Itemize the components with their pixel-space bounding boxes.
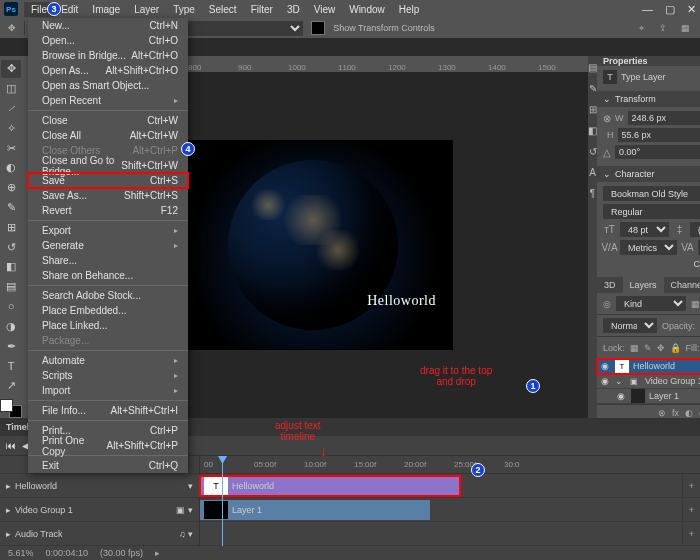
angle-input[interactable] <box>615 145 700 159</box>
menu-scripts[interactable]: Scripts▸ <box>28 368 188 383</box>
add-clip-icon[interactable]: + <box>682 498 700 522</box>
chevron-right-icon[interactable]: ⌄ <box>615 376 623 386</box>
menu-new[interactable]: New...Ctrl+N <box>28 18 188 33</box>
tab-channels[interactable]: Channels <box>664 277 700 293</box>
history-brush-tool[interactable]: ↺ <box>1 238 21 256</box>
timeline-track[interactable]: ▸Video Group 1▣ ▾ <box>0 498 199 522</box>
menu-generate[interactable]: Generate▸ <box>28 238 188 253</box>
timeline-track[interactable]: ▸Helloworld▾ <box>0 474 199 498</box>
pen-tool[interactable]: ✒ <box>1 337 21 355</box>
menu-share[interactable]: Share... <box>28 253 188 268</box>
menu-close[interactable]: CloseCtrl+W <box>28 113 188 128</box>
timeline-clip-video[interactable]: Layer 1 <box>200 500 430 520</box>
lasso-tool[interactable]: ⟋ <box>1 100 21 118</box>
visibility-icon[interactable]: ◉ <box>617 391 627 401</box>
add-clip-icon[interactable]: + <box>682 522 700 546</box>
filter-pixel-icon[interactable]: ▦ <box>691 299 700 309</box>
playhead[interactable] <box>222 456 223 546</box>
transform-section[interactable]: ⌄Transform <box>597 91 700 107</box>
width-input[interactable] <box>628 111 701 125</box>
link-icon[interactable]: ⊗ <box>603 112 611 125</box>
menu-view[interactable]: View <box>307 2 343 17</box>
layer-row[interactable]: ◉ Layer 1 <box>597 389 700 404</box>
menu-help[interactable]: Help <box>392 2 427 17</box>
track-menu-icon[interactable]: ♫ ▾ <box>179 529 193 539</box>
eyedropper-tool[interactable]: ◐ <box>1 159 21 177</box>
menu-open-as[interactable]: Open As...Alt+Shift+Ctrl+O <box>28 63 188 78</box>
timeline-ruler[interactable]: 0005:00f10:00f15:00f20:00f25:00f30:0 <box>200 456 700 474</box>
lock-pos-icon[interactable]: ✥ <box>657 343 665 353</box>
minimize-icon[interactable]: — <box>642 3 653 16</box>
track-menu-icon[interactable]: ▣ ▾ <box>176 505 193 515</box>
panel-icon[interactable]: ⊞ <box>589 104 597 115</box>
heal-tool[interactable]: ⊕ <box>1 179 21 197</box>
menu-export[interactable]: Export▸ <box>28 223 188 238</box>
menu-3d[interactable]: 3D <box>280 2 307 17</box>
blur-tool[interactable]: ○ <box>1 298 21 316</box>
lock-all-icon[interactable]: 🔒 <box>670 343 681 353</box>
lock-paint-icon[interactable]: ✎ <box>644 343 652 353</box>
menu-adobe-stock[interactable]: Search Adobe Stock... <box>28 288 188 303</box>
panel-icon[interactable]: ↺ <box>589 146 597 157</box>
menu-save-as[interactable]: Save As...Shift+Ctrl+S <box>28 188 188 203</box>
color-swatches[interactable] <box>0 399 22 419</box>
menu-select[interactable]: Select <box>202 2 244 17</box>
tracking-select[interactable]: Metrics <box>620 240 677 255</box>
maximize-icon[interactable]: ▢ <box>665 3 675 16</box>
workspace-icon[interactable]: ▦ <box>678 21 692 35</box>
filter-kind-icon[interactable]: ◎ <box>603 299 611 309</box>
chevron-right-icon[interactable]: ▸ <box>6 505 11 515</box>
menu-browse-bridge[interactable]: Browse in Bridge...Alt+Ctrl+O <box>28 48 188 63</box>
layer-row[interactable]: ◉ ⌄ ▣ Video Group 1 <box>597 374 700 389</box>
close-icon[interactable]: ✕ <box>687 3 696 16</box>
menu-type[interactable]: Type <box>166 2 202 17</box>
character-section[interactable]: ⌄Character <box>597 166 700 182</box>
menu-revert[interactable]: RevertF12 <box>28 203 188 218</box>
panel-icon[interactable]: ▤ <box>588 62 597 73</box>
show-tc-check[interactable] <box>311 21 325 35</box>
wand-tool[interactable]: ✧ <box>1 119 21 137</box>
menu-import[interactable]: Import▸ <box>28 383 188 398</box>
path-tool[interactable]: ↗ <box>1 377 21 395</box>
chevron-right-icon[interactable]: ▸ <box>155 548 160 558</box>
timeline-clip-text[interactable]: T Helloworld <box>200 476 460 496</box>
tab-3d[interactable]: 3D <box>597 277 623 293</box>
first-frame-icon[interactable]: ⏮ <box>6 440 16 451</box>
menu-automate[interactable]: Automate▸ <box>28 353 188 368</box>
font-style-select[interactable]: Regular <box>603 204 700 219</box>
font-size-select[interactable]: 48 pt <box>620 222 669 237</box>
panel-icon[interactable]: ¶ <box>590 188 595 199</box>
properties-tab[interactable]: Properties <box>597 56 700 66</box>
type-tool[interactable]: T <box>1 357 21 375</box>
visibility-icon[interactable]: ◉ <box>601 376 611 386</box>
menu-place-embedded[interactable]: Place Embedded... <box>28 303 188 318</box>
add-clip-icon[interactable]: + <box>682 474 700 498</box>
timeline-track[interactable]: ▸Audio Track♫ ▾ <box>0 522 199 546</box>
lock-trans-icon[interactable]: ▦ <box>630 343 639 353</box>
menu-file-info[interactable]: File Info...Alt+Shift+Ctrl+I <box>28 403 188 418</box>
visibility-icon[interactable]: ◉ <box>601 361 611 371</box>
font-family-select[interactable]: Bookman Old Style <box>603 186 700 201</box>
menu-layer[interactable]: Layer <box>127 2 166 17</box>
panel-icon[interactable]: ◧ <box>588 125 597 136</box>
filter-kind-select[interactable]: Kind <box>616 296 686 311</box>
gradient-tool[interactable]: ▤ <box>1 278 21 296</box>
stamp-tool[interactable]: ⊞ <box>1 218 21 236</box>
menu-filter[interactable]: Filter <box>244 2 280 17</box>
menu-open-smart[interactable]: Open as Smart Object... <box>28 78 188 93</box>
menu-window[interactable]: Window <box>342 2 392 17</box>
panel-icon[interactable]: A <box>589 167 596 178</box>
menu-behance[interactable]: Share on Behance... <box>28 268 188 283</box>
foreground-color[interactable] <box>0 399 13 412</box>
search-icon[interactable]: ⌖ <box>634 21 648 35</box>
dodge-tool[interactable]: ◑ <box>1 317 21 335</box>
menu-place-linked[interactable]: Place Linked... <box>28 318 188 333</box>
tab-layers[interactable]: Layers <box>623 277 664 293</box>
chevron-right-icon[interactable]: ▸ <box>6 481 11 491</box>
eraser-tool[interactable]: ◧ <box>1 258 21 276</box>
menu-close-all[interactable]: Close AllAlt+Ctrl+W <box>28 128 188 143</box>
track-menu-icon[interactable]: ▾ <box>188 481 193 491</box>
leading-select[interactable]: (Auto) <box>690 222 700 237</box>
menu-print-one[interactable]: Print One CopyAlt+Shift+Ctrl+P <box>28 438 188 453</box>
link-layers-icon[interactable]: ⊗ <box>658 408 666 418</box>
